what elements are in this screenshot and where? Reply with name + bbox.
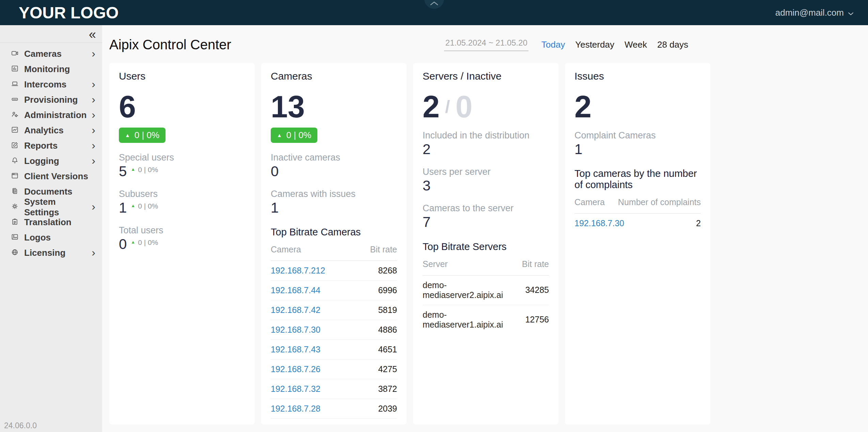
card-title: Users [119,70,245,82]
sidebar-item-logos[interactable]: Logos [0,230,102,245]
client-versions-icon [11,172,19,181]
sidebar-item-label: Intercoms [24,79,92,90]
table-row: 192.168.7.425819 [271,300,397,320]
servers-active-value: 2 [423,92,440,122]
table-header: Camera Bit rate [271,245,397,261]
sidebar-item-label: Cameras [24,49,92,59]
chevron-right-icon: › [92,48,95,60]
table-row: 192.168.7.2101343 [271,418,397,425]
filter-yesterday[interactable]: Yesterday [575,39,614,50]
sidebar-item-intercoms[interactable]: Intercoms › [0,77,102,92]
table-row: demo-mediaserver1.aipix.ai12756 [423,305,549,334]
filter-28-days[interactable]: 28 days [657,39,688,50]
server-name: demo-mediaserver2.aipix.ai [423,280,525,300]
page-title: Aipix Control Center [109,37,231,52]
sidebar-item-licensing[interactable]: Licensing › [0,245,102,261]
users-trend-badge: ▲ 0 | 0% [119,128,165,143]
triangle-up-icon: ▲ [131,203,135,208]
triangle-up-icon: ▲ [277,133,282,138]
chevron-up-icon [430,1,439,7]
translation-clipboard-icon [11,218,19,227]
chevron-right-icon: › [92,201,95,213]
stat-included-distribution: Included in the distribution 2 [423,130,549,157]
sidebar-item-client-versions[interactable]: Client Versions [0,169,102,184]
camera-link[interactable]: 192.168.7.30 [574,218,624,228]
sidebar-item-monitoring[interactable]: Monitoring [0,62,102,77]
sidebar-item-provisioning[interactable]: Provisioning › [0,92,102,107]
users-total-value: 6 [119,92,136,122]
camera-link[interactable]: 192.168.7.28 [271,404,320,414]
reports-icon [11,141,19,150]
triangle-up-icon: ▲ [125,133,130,138]
card-title: Servers / Inactive [423,70,549,82]
chevron-right-icon: › [92,79,95,91]
page-header: Aipix Control Center Today Yesterday Wee… [109,35,688,54]
licensing-globe-icon [11,248,19,257]
sidebar-item-label: Logos [24,232,95,243]
chevron-right-icon: › [92,94,95,106]
card-title: Cameras [271,70,397,82]
badge-delta: 0 | 0% [286,130,311,140]
sidebar-item-logging[interactable]: Logging › [0,153,102,169]
chevron-right-icon: › [92,155,95,167]
monitoring-icon [11,65,19,74]
servers-inactive-value: 0 [456,92,473,122]
camera-link[interactable]: 192.168.7.44 [271,285,320,295]
table-row: 192.168.7.323872 [271,379,397,399]
camera-link[interactable]: 192.168.7.212 [271,266,325,276]
date-range-input[interactable] [444,38,528,51]
sidebar-item-cameras[interactable]: Cameras › [0,46,102,62]
camera-link[interactable]: 192.168.7.32 [271,384,320,394]
collapse-topbar-button[interactable] [424,0,444,9]
camera-link[interactable]: 192.168.7.42 [271,305,320,315]
camera-link[interactable]: 192.168.7.210 [271,423,325,425]
triangle-up-icon: ▲ [131,167,135,172]
sidebar-item-label: Translation [24,217,95,228]
stat-cameras-with-issues: Cameras with issues 1 [271,189,397,216]
main-content: Aipix Control Center Today Yesterday Wee… [102,25,868,432]
sidebar-item-label: Documents [24,186,95,197]
top-bitrate-cameras-title: Top Bitrate Cameras [271,227,397,238]
users-card: Users 6 ▲ 0 | 0% Special users 5 ▲0 | 0%… [109,63,255,425]
chevron-right-icon: › [92,247,95,259]
sidebar-item-administration[interactable]: Administration › [0,107,102,123]
stat-subusers: Subusers 1 ▲0 | 0% [119,189,245,216]
table-row: 192.168.7.2128268 [271,261,397,280]
sidebar-item-label: Logging [24,156,92,166]
camera-link[interactable]: 192.168.7.43 [271,345,320,354]
date-filters: Today Yesterday Week 28 days [541,39,688,50]
app-version: 24.06.0.0 [4,421,37,430]
top-bitrate-servers-title: Top Bitrate Servers [423,241,549,252]
stat-complaint-cameras: Complaint Cameras 1 [574,130,701,157]
analytics-icon [11,126,19,135]
sidebar-item-label: Provisioning [24,95,92,105]
sidebar-item-reports[interactable]: Reports › [0,138,102,153]
user-email: admin@mail.com [775,7,844,18]
documents-icon [11,187,19,196]
stat-total-users: Total users 0 ▲0 | 0% [119,225,245,252]
sidebar-item-system-settings[interactable]: System Settings › [0,199,102,215]
sidebar-item-label: Analytics [24,125,92,136]
sidebar-item-translation[interactable]: Translation [0,215,102,230]
table-row: 192.168.7.434651 [271,339,397,359]
user-account-menu[interactable]: admin@mail.com [775,7,854,18]
sidebar-collapse-button[interactable]: « [89,28,96,41]
filter-week[interactable]: Week [625,39,647,50]
top-bar: YOUR LOGO admin@mail.com [0,0,868,25]
sidebar-item-label: Licensing [24,248,92,258]
camera-link[interactable]: 192.168.7.30 [271,325,320,335]
chevron-right-icon: › [92,124,95,137]
sidebar-item-label: System Settings [24,197,92,218]
filter-today[interactable]: Today [541,39,565,50]
top-complaint-cameras-title: Top cameras by the number of complaints [574,168,701,190]
camera-link[interactable]: 192.168.7.26 [271,364,320,374]
sidebar-item-label: Reports [24,140,92,151]
servers-card: Servers / Inactive 2 / 0 Included in the… [413,63,558,425]
triangle-up-icon: ▲ [131,239,135,245]
sidebar-item-label: Monitoring [24,64,95,74]
table-row: 192.168.7.302 [574,214,701,233]
sidebar-item-analytics[interactable]: Analytics › [0,123,102,138]
table-row: demo-mediaserver2.aipix.ai34285 [423,276,549,305]
administration-icon [11,111,19,120]
issues-total-value: 2 [574,92,591,122]
